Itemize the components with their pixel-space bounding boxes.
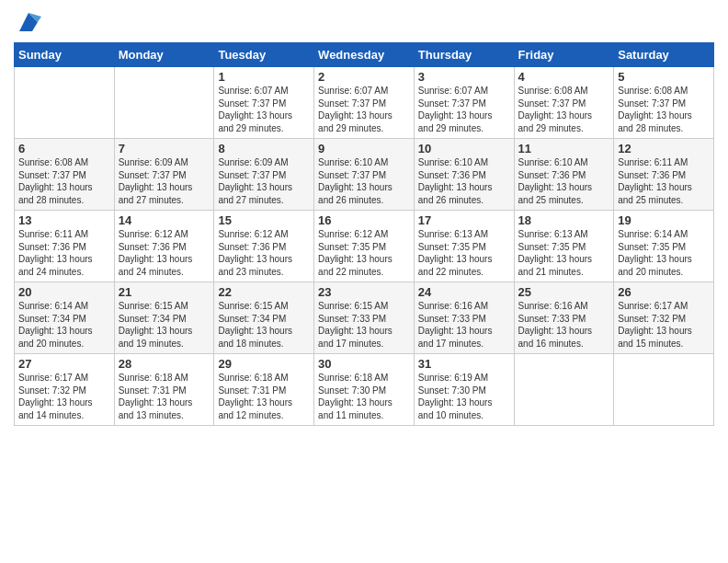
day-number: 2	[318, 70, 410, 84]
calendar-header-row: SundayMondayTuesdayWednesdayThursdayFrid…	[15, 43, 714, 67]
day-cell: 15Sunrise: 6:12 AMSunset: 7:36 PMDayligh…	[214, 211, 314, 282]
day-info: Sunrise: 6:09 AMSunset: 7:37 PMDaylight:…	[218, 156, 310, 206]
day-info: Sunrise: 6:13 AMSunset: 7:35 PMDaylight:…	[418, 228, 510, 278]
day-info: Sunrise: 6:18 AMSunset: 7:30 PMDaylight:…	[318, 372, 410, 421]
day-number: 24	[418, 285, 510, 299]
day-cell: 27Sunrise: 6:17 AMSunset: 7:32 PMDayligh…	[15, 354, 115, 426]
day-cell: 1Sunrise: 6:07 AMSunset: 7:37 PMDaylight…	[214, 67, 314, 139]
day-info: Sunrise: 6:12 AMSunset: 7:35 PMDaylight:…	[318, 228, 410, 278]
day-info: Sunrise: 6:17 AMSunset: 7:32 PMDaylight:…	[18, 372, 110, 421]
day-cell	[15, 67, 115, 139]
day-cell: 13Sunrise: 6:11 AMSunset: 7:36 PMDayligh…	[15, 211, 115, 282]
day-number: 29	[218, 357, 310, 371]
day-number: 18	[518, 213, 610, 227]
day-cell	[614, 354, 714, 426]
header-monday: Monday	[114, 43, 214, 67]
day-info: Sunrise: 6:08 AMSunset: 7:37 PMDaylight:…	[518, 85, 610, 134]
day-info: Sunrise: 6:07 AMSunset: 7:37 PMDaylight:…	[318, 85, 410, 134]
week-row-4: 20Sunrise: 6:14 AMSunset: 7:34 PMDayligh…	[15, 282, 714, 354]
day-cell: 5Sunrise: 6:08 AMSunset: 7:37 PMDaylight…	[614, 67, 714, 139]
day-cell: 12Sunrise: 6:11 AMSunset: 7:36 PMDayligh…	[614, 139, 714, 211]
day-info: Sunrise: 6:19 AMSunset: 7:30 PMDaylight:…	[418, 372, 510, 421]
day-cell: 28Sunrise: 6:18 AMSunset: 7:31 PMDayligh…	[114, 354, 214, 426]
day-number: 8	[218, 142, 310, 155]
header	[14, 9, 714, 35]
day-info: Sunrise: 6:16 AMSunset: 7:33 PMDaylight:…	[418, 300, 510, 350]
day-cell: 22Sunrise: 6:15 AMSunset: 7:34 PMDayligh…	[214, 282, 314, 354]
day-number: 4	[518, 70, 610, 84]
day-number: 5	[618, 70, 710, 84]
day-cell: 24Sunrise: 6:16 AMSunset: 7:33 PMDayligh…	[414, 282, 514, 354]
day-cell: 4Sunrise: 6:08 AMSunset: 7:37 PMDaylight…	[514, 67, 614, 139]
day-cell: 23Sunrise: 6:15 AMSunset: 7:33 PMDayligh…	[314, 282, 415, 354]
day-info: Sunrise: 6:10 AMSunset: 7:36 PMDaylight:…	[518, 156, 610, 206]
day-info: Sunrise: 6:18 AMSunset: 7:31 PMDaylight:…	[119, 372, 210, 421]
header-thursday: Thursday	[414, 43, 514, 67]
day-number: 25	[518, 285, 610, 299]
day-number: 30	[318, 357, 410, 371]
header-saturday: Saturday	[614, 43, 714, 67]
page: SundayMondayTuesdayWednesdayThursdayFrid…	[0, 0, 728, 563]
day-info: Sunrise: 6:08 AMSunset: 7:37 PMDaylight:…	[18, 156, 110, 206]
day-number: 22	[218, 285, 310, 299]
day-cell: 3Sunrise: 6:07 AMSunset: 7:37 PMDaylight…	[414, 67, 514, 139]
day-cell	[114, 67, 214, 139]
week-row-1: 1Sunrise: 6:07 AMSunset: 7:37 PMDaylight…	[15, 67, 714, 139]
logo-icon	[16, 9, 41, 35]
day-info: Sunrise: 6:15 AMSunset: 7:34 PMDaylight:…	[119, 300, 210, 350]
day-info: Sunrise: 6:14 AMSunset: 7:35 PMDaylight:…	[618, 228, 710, 278]
day-cell: 25Sunrise: 6:16 AMSunset: 7:33 PMDayligh…	[514, 282, 614, 354]
day-info: Sunrise: 6:08 AMSunset: 7:37 PMDaylight:…	[618, 85, 710, 134]
day-info: Sunrise: 6:12 AMSunset: 7:36 PMDaylight:…	[119, 228, 210, 278]
day-number: 7	[119, 142, 210, 155]
day-number: 28	[119, 357, 210, 371]
day-number: 9	[318, 142, 410, 155]
day-number: 19	[618, 213, 710, 227]
week-row-5: 27Sunrise: 6:17 AMSunset: 7:32 PMDayligh…	[15, 354, 714, 426]
day-cell: 9Sunrise: 6:10 AMSunset: 7:37 PMDaylight…	[314, 139, 415, 211]
day-number: 6	[18, 142, 110, 155]
day-number: 15	[218, 213, 310, 227]
day-cell: 21Sunrise: 6:15 AMSunset: 7:34 PMDayligh…	[114, 282, 214, 354]
day-info: Sunrise: 6:11 AMSunset: 7:36 PMDaylight:…	[18, 228, 110, 278]
day-info: Sunrise: 6:18 AMSunset: 7:31 PMDaylight:…	[218, 372, 310, 421]
day-info: Sunrise: 6:15 AMSunset: 7:34 PMDaylight:…	[218, 300, 310, 350]
header-sunday: Sunday	[15, 43, 115, 67]
week-row-2: 6Sunrise: 6:08 AMSunset: 7:37 PMDaylight…	[15, 139, 714, 211]
day-info: Sunrise: 6:10 AMSunset: 7:36 PMDaylight:…	[418, 156, 510, 206]
day-info: Sunrise: 6:17 AMSunset: 7:32 PMDaylight:…	[618, 300, 710, 350]
day-cell: 7Sunrise: 6:09 AMSunset: 7:37 PMDaylight…	[114, 139, 214, 211]
day-number: 16	[318, 213, 410, 227]
day-number: 17	[418, 213, 510, 227]
day-number: 10	[418, 142, 510, 155]
week-row-3: 13Sunrise: 6:11 AMSunset: 7:36 PMDayligh…	[15, 211, 714, 282]
day-number: 11	[518, 142, 610, 155]
day-cell: 18Sunrise: 6:13 AMSunset: 7:35 PMDayligh…	[514, 211, 614, 282]
day-cell: 2Sunrise: 6:07 AMSunset: 7:37 PMDaylight…	[314, 67, 415, 139]
day-cell: 10Sunrise: 6:10 AMSunset: 7:36 PMDayligh…	[414, 139, 514, 211]
day-cell: 19Sunrise: 6:14 AMSunset: 7:35 PMDayligh…	[614, 211, 714, 282]
day-info: Sunrise: 6:07 AMSunset: 7:37 PMDaylight:…	[418, 85, 510, 134]
day-cell: 14Sunrise: 6:12 AMSunset: 7:36 PMDayligh…	[114, 211, 214, 282]
header-tuesday: Tuesday	[214, 43, 314, 67]
day-cell: 8Sunrise: 6:09 AMSunset: 7:37 PMDaylight…	[214, 139, 314, 211]
day-number: 12	[618, 142, 710, 155]
day-info: Sunrise: 6:07 AMSunset: 7:37 PMDaylight:…	[218, 85, 310, 134]
day-cell: 17Sunrise: 6:13 AMSunset: 7:35 PMDayligh…	[414, 211, 514, 282]
day-info: Sunrise: 6:13 AMSunset: 7:35 PMDaylight:…	[518, 228, 610, 278]
day-cell: 11Sunrise: 6:10 AMSunset: 7:36 PMDayligh…	[514, 139, 614, 211]
day-number: 1	[218, 70, 310, 84]
day-info: Sunrise: 6:14 AMSunset: 7:34 PMDaylight:…	[18, 300, 110, 350]
day-cell: 16Sunrise: 6:12 AMSunset: 7:35 PMDayligh…	[314, 211, 415, 282]
day-number: 20	[18, 285, 110, 299]
logo	[14, 9, 41, 35]
day-number: 26	[618, 285, 710, 299]
day-number: 14	[119, 213, 210, 227]
day-info: Sunrise: 6:11 AMSunset: 7:36 PMDaylight:…	[618, 156, 710, 206]
day-number: 23	[318, 285, 410, 299]
day-info: Sunrise: 6:09 AMSunset: 7:37 PMDaylight:…	[119, 156, 210, 206]
day-number: 31	[418, 357, 510, 371]
day-info: Sunrise: 6:16 AMSunset: 7:33 PMDaylight:…	[518, 300, 610, 350]
day-cell	[514, 354, 614, 426]
calendar-table: SundayMondayTuesdayWednesdayThursdayFrid…	[14, 42, 714, 426]
